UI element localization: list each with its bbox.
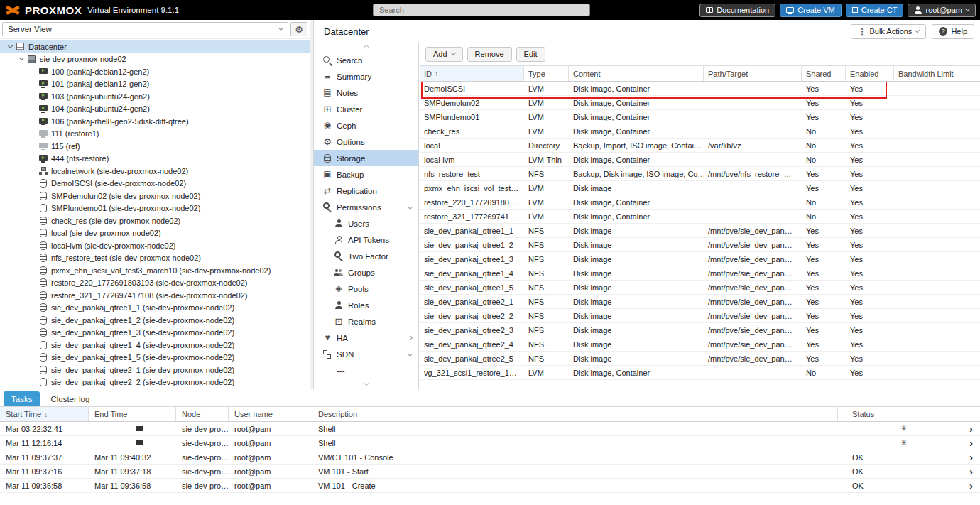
storage-row[interactable]: nfs_restore_test NFS Backup, Disk image,… — [420, 167, 980, 181]
tab-cluster-log[interactable]: Cluster log — [43, 391, 97, 406]
task-row[interactable]: Mar 11 09:37:16 Mar 11 09:37:18 sie-dev-… — [0, 465, 980, 479]
storage-row[interactable]: sie_dev_pankaj_qtree1_5 NFS Disk image /… — [420, 281, 980, 295]
nav-item[interactable]: Pools — [314, 281, 418, 297]
storage-row[interactable]: vg_321_scsi1_restore_1… LVM Disk image, … — [420, 366, 980, 380]
nav-item[interactable]: SDN — [314, 346, 418, 362]
nav-item[interactable]: Notes — [314, 85, 418, 101]
storage-row[interactable]: sie_dev_pankaj_qtree2_3 NFS Disk image /… — [420, 323, 980, 337]
storage-row[interactable]: sie_dev_pankaj_qtree2_2 NFS Disk image /… — [420, 309, 980, 323]
tree-item[interactable]: 104 (pankaj-ubuntu24-gen2) — [0, 103, 310, 116]
column-header-id[interactable]: ID ↑ — [420, 66, 524, 81]
tree-item[interactable]: nfs_restore_test (sie-dev-proxmox-node02… — [0, 252, 310, 265]
nav-item[interactable]: --- — [314, 362, 418, 379]
nav-item[interactable]: HA — [314, 330, 418, 346]
storage-row[interactable]: sie_dev_pankaj_qtree2_1 NFS Disk image /… — [420, 295, 980, 309]
tree-item[interactable]: sie_dev_pankaj_qtree1_5 (sie-dev-proxmox… — [0, 352, 310, 364]
task-row[interactable]: Mar 11 12:16:14 sie-dev-pro… root@pam Sh… — [0, 436, 980, 450]
tree-item[interactable]: restore_220_1772691803193 (sie-dev-proxm… — [0, 277, 310, 290]
nav-item[interactable]: Two Factor — [314, 248, 418, 264]
column-header-type[interactable]: Type — [524, 66, 569, 81]
column-header-node[interactable]: Node — [176, 407, 229, 421]
tree-item[interactable]: 106 (pankaj-rhel8-gen2-5disk-diff-qtree) — [0, 115, 310, 128]
tree-item[interactable]: sie_dev_pankaj_qtree1_3 (sie-dev-proxmox… — [0, 327, 310, 340]
column-header-shared[interactable]: Shared — [802, 66, 846, 81]
tree-item[interactable]: sie-dev-proxmox-node02 — [0, 53, 310, 66]
storage-row[interactable]: sie_dev_pankaj_qtree2_4 NFS Disk image /… — [420, 337, 980, 352]
tree-item[interactable]: sie_dev_pankaj_qtree2_2 (sie-dev-proxmox… — [0, 376, 310, 389]
tree-item[interactable]: 100 (pankaj-debian12-gen2) — [0, 65, 310, 78]
storage-row[interactable]: sie_dev_pankaj_qtree1_2 NFS Disk image /… — [420, 238, 980, 252]
tab-tasks[interactable]: Tasks — [4, 391, 40, 406]
nav-item[interactable]: Users — [314, 215, 418, 232]
tree-item[interactable]: sie_dev_pankaj_qtree2_1 (sie-dev-proxmox… — [0, 364, 310, 376]
storage-row[interactable]: sie_dev_pankaj_qtree1_1 NFS Disk image /… — [420, 224, 980, 238]
nav-item[interactable]: Groups — [314, 264, 418, 281]
tree-item[interactable]: restore_321_1772697417108 (sie-dev-proxm… — [0, 289, 310, 302]
tree-item[interactable]: 111 (restore1) — [0, 128, 310, 141]
nav-item[interactable]: Permissions — [314, 199, 418, 215]
nav-item[interactable]: Search — [314, 52, 418, 68]
global-search-input[interactable] — [373, 4, 590, 16]
storage-row[interactable]: sie_dev_pankaj_qtree1_4 NFS Disk image /… — [420, 266, 980, 281]
tree-settings-button[interactable]: ⚙ — [290, 22, 307, 36]
help-button[interactable]: Help — [932, 24, 974, 39]
row-chevron-icon[interactable]: › — [962, 465, 980, 477]
task-row[interactable]: Mar 11 09:37:37 Mar 11 09:40:32 sie-dev-… — [0, 450, 980, 465]
row-chevron-icon[interactable]: › — [962, 423, 980, 435]
column-header-user-name[interactable]: User name — [229, 407, 312, 421]
tree-item[interactable]: 103 (pankaj-ubuntu24-gen2) — [0, 90, 310, 103]
user-menu-button[interactable]: root@pam — [908, 4, 976, 17]
column-header-path-target[interactable]: Path/Target — [704, 66, 802, 81]
tree-item[interactable]: 444 (nfs-restore) — [0, 153, 310, 165]
storage-row[interactable]: SMPdemolun02 LVM Disk image, Container Y… — [420, 96, 980, 110]
task-row[interactable]: Mar 11 09:36:58 Mar 11 09:36:58 sie-dev-… — [0, 479, 980, 493]
row-chevron-icon[interactable]: › — [962, 437, 980, 449]
task-row[interactable]: Mar 03 22:32:41 sie-dev-pro… root@pam Sh… — [0, 422, 980, 436]
storage-row[interactable]: local-lvm LVM-Thin Disk image, Container… — [420, 153, 980, 167]
create-ct-button[interactable]: Create CT — [846, 4, 904, 17]
nav-item[interactable]: Replication — [314, 183, 418, 199]
nav-scroll-down[interactable] — [314, 379, 418, 387]
row-chevron-icon[interactable]: › — [962, 451, 980, 463]
tree-item[interactable]: local-lvm (sie-dev-proxmox-node02) — [0, 239, 310, 252]
storage-row[interactable]: restore_321_177269741… LVM Disk image, C… — [420, 210, 980, 224]
column-header-content[interactable]: Content — [569, 66, 704, 81]
nav-item[interactable]: Summary — [314, 68, 418, 85]
add-button[interactable]: Add — [425, 47, 463, 62]
column-header-enabled[interactable]: Enabled — [846, 66, 894, 81]
documentation-button[interactable]: Documentation — [699, 4, 775, 17]
tree-item[interactable]: sie_dev_pankaj_qtree1_2 (sie-dev-proxmox… — [0, 314, 310, 327]
nav-item[interactable]: Backup — [314, 166, 418, 183]
tree-item[interactable]: 115 (ref) — [0, 140, 310, 153]
nav-item[interactable]: API Tokens — [314, 232, 418, 248]
tree-item[interactable]: local (sie-dev-proxmox-node02) — [0, 227, 310, 240]
storage-row[interactable]: pxmx_ehn_iscsi_vol_test… LVM Disk image … — [420, 181, 980, 195]
nav-item[interactable]: Options — [314, 134, 418, 150]
tree-item[interactable]: SMPlundemo01 (sie-dev-proxmox-node02) — [0, 202, 310, 215]
column-header-start-time[interactable]: Start Time ↓ — [0, 407, 89, 421]
nav-item[interactable]: Storage — [314, 150, 418, 166]
bulk-actions-button[interactable]: ⋮ Bulk Actions — [851, 24, 926, 39]
row-chevron-icon[interactable]: › — [962, 479, 980, 492]
storage-row[interactable]: sie_dev_pankaj_qtree2_5 NFS Disk image /… — [420, 352, 980, 366]
view-selector[interactable]: Server View — [2, 22, 288, 36]
tree-item[interactable]: 101 (pankaj-debian12-gen2) — [0, 78, 310, 91]
storage-row[interactable]: SMPlundemo01 LVM Disk image, Container Y… — [420, 110, 980, 124]
nav-item[interactable]: Cluster — [314, 101, 418, 117]
tree-item[interactable]: sie_dev_pankaj_qtree1_1 (sie-dev-proxmox… — [0, 302, 310, 315]
edit-button[interactable]: Edit — [516, 47, 545, 62]
tree-item[interactable]: pxmx_ehn_iscsi_vol_test3_march10 (sie-de… — [0, 264, 310, 277]
storage-row[interactable]: local Directory Backup, Import, ISO imag… — [420, 139, 980, 153]
column-header-description[interactable]: Description — [312, 407, 838, 421]
nav-scroll-up[interactable] — [314, 43, 418, 52]
tree-item[interactable]: Datacenter — [0, 40, 310, 53]
column-header-bandwidth-limit[interactable]: Bandwidth Limit — [894, 66, 980, 81]
storage-row[interactable]: sie_dev_pankaj_qtree1_3 NFS Disk image /… — [420, 252, 980, 266]
column-header-end-time[interactable]: End Time — [89, 407, 176, 421]
nav-item[interactable]: Realms — [314, 313, 418, 330]
remove-button[interactable]: Remove — [467, 47, 512, 62]
storage-row[interactable]: DemoISCSI LVM Disk image, Container Yes … — [420, 82, 980, 96]
tree-item[interactable]: sie_dev_pankaj_qtree1_4 (sie-dev-proxmox… — [0, 339, 310, 352]
storage-row[interactable]: check_res LVM Disk image, Container No Y… — [420, 124, 980, 139]
tree-item[interactable]: DemoISCSI (sie-dev-proxmox-node02) — [0, 178, 310, 190]
